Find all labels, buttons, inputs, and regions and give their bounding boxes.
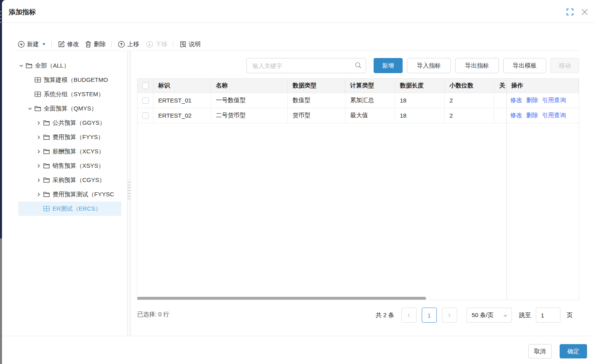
fullscreen-icon[interactable] <box>566 8 574 16</box>
page-1-button[interactable]: 1 <box>422 308 437 323</box>
col-header-assoc-clipped: 关 <box>494 79 506 93</box>
tree-item-all[interactable]: 全部（ALL） <box>14 58 127 73</box>
confirm-button[interactable]: 确定 <box>560 344 587 358</box>
move-up-button[interactable]: 上移 <box>118 41 139 48</box>
selected-rows-info: 已选择: 0 行 <box>137 311 169 318</box>
help-button[interactable]: 说明 <box>180 41 201 48</box>
edit-icon <box>58 41 65 48</box>
table-row[interactable]: ERTEST_02 二号货币型 货币型 最大值 18 2 修改 删除 引用查询 <box>138 108 579 123</box>
chevron-right-icon[interactable] <box>37 178 43 182</box>
col-header-id: 标识 <box>153 79 211 93</box>
backdrop-menu-line <box>0 11 1 12</box>
toolbar-separator <box>51 41 52 47</box>
row-checkbox[interactable] <box>142 112 149 119</box>
folder-icon <box>26 63 33 68</box>
search-icon <box>355 62 362 69</box>
cell-name: 二号货币型 <box>211 108 288 123</box>
tree-item-xsys[interactable]: 销售预算（XSYS） <box>14 159 127 173</box>
cell-decimals: 2 <box>445 93 494 108</box>
tree-item-xcys[interactable]: 薪酬预算（XCYS） <box>14 144 127 159</box>
toolbar-underline <box>14 50 579 51</box>
tree-item-fyysc[interactable]: 费用预算测试（FYYSC <box>14 187 127 201</box>
move-button[interactable]: 移动 <box>550 58 579 73</box>
modify-button-label: 修改 <box>67 41 79 48</box>
modify-link[interactable]: 修改 <box>510 112 522 119</box>
doc-search-icon <box>180 41 186 48</box>
folder-icon <box>35 106 42 111</box>
chevron-right-icon[interactable] <box>37 149 43 154</box>
export-indicator-button[interactable]: 导出指标 <box>455 58 499 73</box>
new-button[interactable]: 新建 ▼ <box>18 41 46 48</box>
close-icon[interactable] <box>580 8 589 16</box>
delete-link[interactable]: 删除 <box>526 97 538 104</box>
table-header-row: 标识 名称 数据类型 计算类型 数据长度 小数位数 关 操作 <box>138 79 579 93</box>
cell-id: ERTEST_01 <box>153 93 211 108</box>
modify-link[interactable]: 修改 <box>510 97 522 104</box>
export-template-button[interactable]: 导出模板 <box>503 58 546 73</box>
tree-item-ercs-selected[interactable]: ER测试（ERCS） <box>18 201 121 216</box>
help-button-label: 说明 <box>189 41 201 48</box>
col-header-decimals: 小数位数 <box>445 79 494 93</box>
tree-item-label: 薪酬预算（XCYS） <box>52 148 105 155</box>
page-unit-label: 页 <box>567 312 573 319</box>
pane-resizer[interactable] <box>127 51 131 336</box>
cell-calc-type: 最大值 <box>345 108 395 123</box>
tree-item-label: 费用预算测试（FYYSC <box>52 191 114 198</box>
chevron-right-icon[interactable] <box>37 192 43 197</box>
circle-arrow-up-icon <box>118 41 125 48</box>
col-header-length: 数据长度 <box>395 79 445 93</box>
tree-item-label: 预算建模（BUDGETMO <box>44 76 108 84</box>
toolbar: 新建 ▼ 修改 删除 上移 下移 <box>18 37 201 51</box>
cancel-button[interactable]: 取消 <box>528 344 552 358</box>
tree-item-qmys[interactable]: 全面预算（QMYS） <box>14 101 127 116</box>
total-count: 共 2 条 <box>376 312 394 319</box>
folder-icon <box>43 134 50 140</box>
delete-button[interactable]: 删除 <box>85 41 106 48</box>
next-page-button[interactable] <box>442 308 457 323</box>
trash-icon <box>85 41 91 48</box>
chevron-right-icon[interactable] <box>37 135 43 139</box>
horizontal-scrollbar[interactable] <box>137 297 426 300</box>
cell-data-type: 货币型 <box>288 108 345 123</box>
col-header-name: 名称 <box>211 79 288 93</box>
chevron-right-icon[interactable] <box>37 164 43 168</box>
folder-icon <box>43 177 50 183</box>
chevron-down-icon[interactable] <box>19 64 26 68</box>
ref-query-link[interactable]: 引用查询 <box>542 112 566 119</box>
search-input[interactable] <box>246 58 366 73</box>
tree-item-cgys[interactable]: 采购预算（CGYS） <box>14 173 127 187</box>
chevron-down-icon[interactable] <box>28 106 35 111</box>
delete-link[interactable]: 删除 <box>526 112 538 119</box>
backdrop-left-strip <box>0 0 2 238</box>
cell-name: 一号数值型 <box>211 93 288 108</box>
tree-item-ggys[interactable]: 公共预算（GGYS） <box>14 116 127 130</box>
footer-divider <box>2 336 595 336</box>
prev-page-button[interactable] <box>401 308 417 323</box>
row-checkbox[interactable] <box>142 97 149 104</box>
tree-item-budgetmodel[interactable]: 预算建模（BUDGETMO <box>14 73 127 87</box>
page-size-select[interactable]: 50 条/页 <box>467 308 512 323</box>
group-tree: 全部（ALL） 预算建模（BUDGETMO 系统分组（SYSTEM） 全面预算（… <box>14 58 127 216</box>
grid-icon <box>35 77 42 83</box>
chevron-right-icon[interactable] <box>37 121 43 125</box>
backdrop-left-strip-lower <box>0 238 2 364</box>
tree-item-label: 系统分组（SYSTEM） <box>44 91 104 98</box>
ref-query-link[interactable]: 引用查询 <box>542 97 566 104</box>
chevron-down-icon: ▼ <box>42 42 46 46</box>
search-box <box>246 58 366 73</box>
select-all-checkbox[interactable] <box>142 83 149 89</box>
table-row[interactable]: ERTEST_01 一号数值型 数值型 累加汇总 18 2 修改 删除 引用查询 <box>138 93 579 108</box>
jump-to-page-input[interactable] <box>536 308 560 323</box>
tree-item-system[interactable]: 系统分组（SYSTEM） <box>14 87 127 101</box>
add-button[interactable]: 新增 <box>374 58 403 73</box>
tree-item-label: 费用预算（FYYS） <box>52 134 104 141</box>
circle-plus-icon <box>18 41 25 48</box>
toolbar-separator <box>111 41 112 47</box>
import-indicator-button[interactable]: 导入指标 <box>407 58 451 73</box>
tree-item-fyys[interactable]: 费用预算（FYYS） <box>14 130 127 144</box>
pagination: 共 2 条 1 50 条/页 跳至 页 <box>376 308 573 323</box>
tree-item-label: 采购预算（CGYS） <box>52 176 105 184</box>
modify-button[interactable]: 修改 <box>58 41 79 48</box>
move-down-button[interactable]: 下移 <box>146 41 167 48</box>
header-divider <box>2 22 595 23</box>
